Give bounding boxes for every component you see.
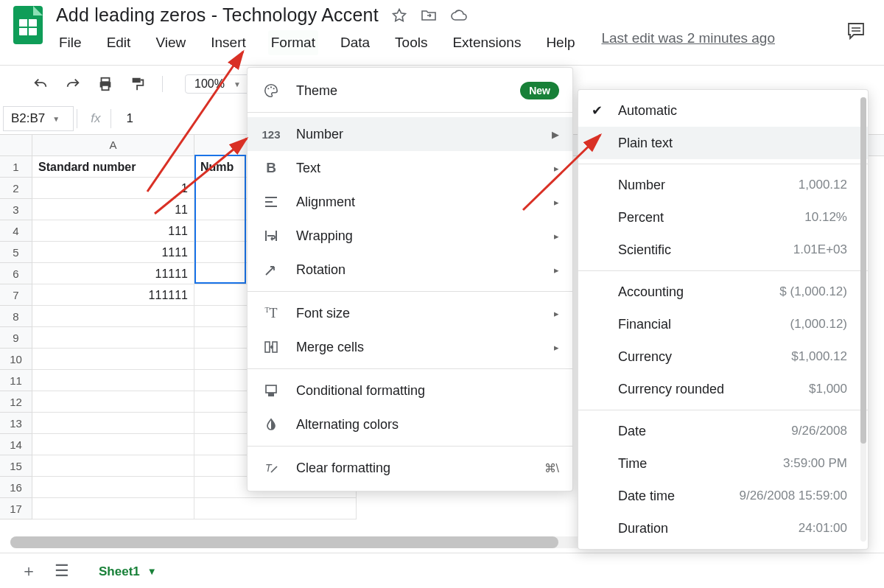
redo-button[interactable] bbox=[60, 73, 85, 95]
cell-A5[interactable]: 1111 bbox=[32, 242, 194, 263]
svg-rect-10 bbox=[133, 78, 141, 83]
numfmt-financial[interactable]: Financial(1,000.12) bbox=[578, 308, 868, 340]
format-alternating-colors[interactable]: Alternating colors bbox=[248, 407, 572, 441]
row-header[interactable]: 11 bbox=[0, 370, 32, 391]
svg-point-13 bbox=[273, 88, 275, 89]
format-wrapping[interactable]: Wrapping ▸ bbox=[248, 219, 572, 253]
numfmt-plain-text[interactable]: Plain text bbox=[578, 127, 868, 159]
row-header[interactable]: 7 bbox=[0, 284, 32, 306]
row-header[interactable]: 4 bbox=[0, 220, 32, 242]
new-badge: New bbox=[520, 82, 559, 99]
bold-icon: B bbox=[261, 160, 281, 176]
move-to-folder-icon[interactable] bbox=[420, 7, 438, 24]
number-format-submenu: ✔ Automatic Plain text Number1,000.12 Pe… bbox=[578, 89, 869, 550]
format-alignment[interactable]: Alignment ▸ bbox=[248, 185, 572, 219]
row-header[interactable]: 13 bbox=[0, 413, 32, 434]
clear-format-icon: T bbox=[261, 461, 281, 475]
cell-A2[interactable]: 1 bbox=[32, 178, 194, 199]
menu-insert[interactable]: Insert bbox=[208, 30, 249, 55]
numfmt-scientific[interactable]: Scientific1.01E+03 bbox=[578, 234, 868, 266]
row-header[interactable]: 8 bbox=[0, 306, 32, 327]
star-icon[interactable] bbox=[390, 7, 408, 24]
row-header[interactable]: 5 bbox=[0, 242, 32, 263]
svg-line-24 bbox=[271, 466, 277, 472]
format-merge-cells[interactable]: Merge cells ▸ bbox=[248, 330, 572, 364]
format-theme[interactable]: Theme New bbox=[248, 74, 572, 108]
format-conditional[interactable]: Conditional formatting bbox=[248, 374, 572, 407]
menu-help[interactable]: Help bbox=[543, 30, 578, 55]
comments-icon[interactable] bbox=[846, 21, 866, 41]
row-header[interactable]: 9 bbox=[0, 327, 32, 349]
format-font-size[interactable]: TT Font size ▸ bbox=[248, 296, 572, 330]
conditional-icon bbox=[261, 383, 281, 398]
numfmt-automatic[interactable]: ✔ Automatic bbox=[578, 94, 868, 127]
row-header[interactable]: 1 bbox=[0, 156, 32, 178]
row-header[interactable]: 3 bbox=[0, 199, 32, 220]
row-header[interactable]: 16 bbox=[0, 477, 32, 498]
doc-title[interactable]: Add leading zeros - Technology Accent bbox=[56, 4, 379, 26]
cell-A1[interactable]: Standard number bbox=[32, 156, 194, 178]
numfmt-percent[interactable]: Percent10.12% bbox=[578, 201, 868, 234]
numfmt-time[interactable]: Time3:59:00 PM bbox=[578, 447, 868, 480]
select-all-cells[interactable] bbox=[0, 135, 32, 155]
last-edit-link[interactable]: Last edit was 2 minutes ago bbox=[601, 30, 775, 55]
print-button[interactable] bbox=[93, 73, 118, 95]
row-header[interactable]: 14 bbox=[0, 434, 32, 455]
menu-file[interactable]: File bbox=[56, 30, 85, 55]
align-icon bbox=[261, 195, 281, 209]
numfmt-accounting[interactable]: Accounting$ (1,000.12) bbox=[578, 276, 868, 308]
number-icon: 123 bbox=[261, 128, 281, 141]
sheet-tab-menu-icon[interactable]: ▼ bbox=[147, 566, 157, 577]
row-header[interactable]: 15 bbox=[0, 455, 32, 477]
col-header-A[interactable]: A bbox=[32, 135, 194, 155]
horizontal-scrollbar[interactable] bbox=[10, 536, 634, 548]
menu-data[interactable]: Data bbox=[337, 30, 373, 55]
svg-rect-9 bbox=[102, 85, 108, 90]
add-sheet-button[interactable]: ＋ bbox=[21, 560, 37, 582]
fx-icon: fx bbox=[91, 111, 100, 126]
sheets-logo[interactable] bbox=[13, 6, 43, 44]
name-box-value: B2:B7 bbox=[11, 111, 45, 126]
row-header[interactable]: 12 bbox=[0, 391, 32, 413]
numfmt-number[interactable]: Number1,000.12 bbox=[578, 169, 868, 201]
cell-A3[interactable]: 11 bbox=[32, 199, 194, 220]
menu-extensions[interactable]: Extensions bbox=[449, 30, 524, 55]
merge-icon bbox=[261, 340, 281, 354]
svg-rect-19 bbox=[265, 342, 270, 352]
name-box[interactable]: B2:B7 ▼ bbox=[3, 106, 74, 131]
menu-edit[interactable]: Edit bbox=[104, 30, 134, 55]
row-header[interactable]: 6 bbox=[0, 263, 32, 284]
paint-format-button[interactable] bbox=[125, 73, 150, 95]
zoom-value: 100% bbox=[194, 77, 225, 91]
rotation-icon bbox=[261, 262, 281, 277]
svg-point-11 bbox=[267, 88, 269, 89]
numfmt-currency-rounded[interactable]: Currency rounded$1,000 bbox=[578, 373, 868, 405]
format-number[interactable]: 123 Number ▶ bbox=[248, 117, 572, 151]
all-sheets-button[interactable]: ☰ bbox=[55, 561, 69, 581]
format-text[interactable]: B Text ▸ bbox=[248, 151, 572, 185]
formula-bar[interactable]: 1 bbox=[126, 111, 133, 126]
undo-button[interactable] bbox=[28, 73, 53, 95]
svg-rect-21 bbox=[266, 385, 276, 393]
numfmt-datetime[interactable]: Date time9/26/2008 15:59:00 bbox=[578, 480, 868, 512]
numfmt-duration[interactable]: Duration24:01:00 bbox=[578, 512, 868, 545]
menu-tools[interactable]: Tools bbox=[392, 30, 430, 55]
cloud-status-icon[interactable] bbox=[449, 7, 467, 24]
row-header[interactable]: 10 bbox=[0, 349, 32, 370]
numfmt-date[interactable]: Date9/26/2008 bbox=[578, 415, 868, 447]
format-rotation[interactable]: Rotation ▸ bbox=[248, 253, 572, 287]
sheet-tab-sheet1[interactable]: Sheet1 ▼ bbox=[87, 553, 169, 588]
row-header[interactable]: 17 bbox=[0, 498, 32, 519]
format-clear[interactable]: T Clear formatting ⌘\ bbox=[248, 451, 572, 485]
submenu-scrollbar[interactable] bbox=[860, 97, 866, 542]
cell-A7[interactable]: 111111 bbox=[32, 284, 194, 306]
numfmt-currency[interactable]: Currency$1,000.12 bbox=[578, 340, 868, 373]
submenu-arrow-icon: ▶ bbox=[552, 129, 559, 140]
svg-rect-7 bbox=[102, 78, 110, 83]
menu-view[interactable]: View bbox=[152, 30, 189, 55]
cell-A4[interactable]: 111 bbox=[32, 220, 194, 242]
menu-format[interactable]: Format bbox=[268, 30, 318, 55]
zoom-select[interactable]: 100% ▼ bbox=[185, 74, 250, 94]
cell-A6[interactable]: 11111 bbox=[32, 263, 194, 284]
row-header[interactable]: 2 bbox=[0, 178, 32, 199]
